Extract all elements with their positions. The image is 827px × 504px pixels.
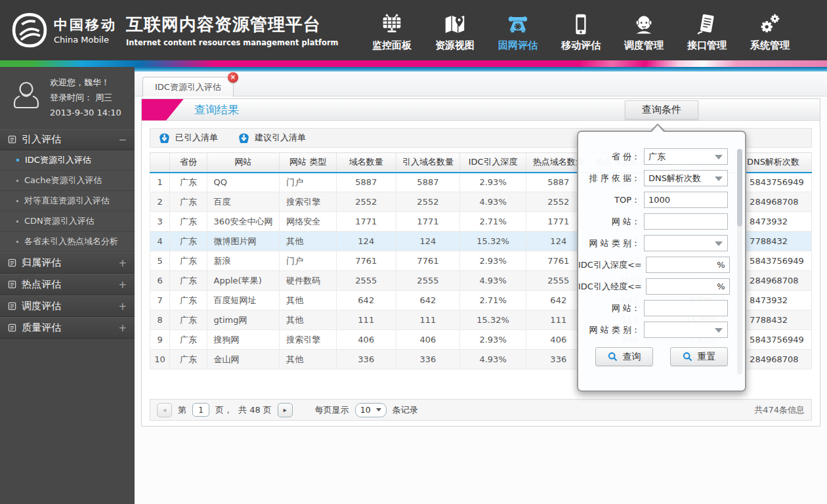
telephone-icon — [495, 9, 541, 39]
column-header: 网站 — [207, 153, 280, 173]
expand-icon[interactable]: + — [118, 322, 127, 334]
table-cell: 7788432 — [735, 310, 812, 330]
nav-item-resource-view[interactable]: 资源视图 — [432, 9, 478, 52]
sidebar: 欢迎您，魏华！ 登录时间： 周三 2013-9-30 14:10 引入评估−ID… — [0, 67, 135, 504]
nav-item-system-mgmt[interactable]: 系统管理 — [747, 9, 793, 52]
mobile-icon — [558, 9, 604, 39]
table-cell: 新浪 — [207, 251, 280, 271]
table-cell: 其他 — [280, 291, 337, 310]
table-cell: 284968708 — [735, 271, 812, 291]
tab-idc-eval[interactable]: IDC资源引入评估 × — [142, 77, 234, 97]
table-cell: 广东 — [170, 212, 207, 232]
query-conditions-button[interactable]: 查询条件 — [625, 100, 698, 119]
chevron-down-icon — [715, 328, 723, 333]
page-number-input[interactable] — [192, 403, 209, 417]
dashboard-icon — [369, 9, 415, 39]
panel-title: 查询结果 — [194, 102, 239, 117]
expand-icon[interactable]: + — [118, 257, 127, 269]
sidebar-group-quality-eval[interactable]: 质量评估+ — [0, 317, 135, 339]
download-icon — [158, 133, 171, 144]
exported-list-button[interactable]: 已引入清单 — [158, 132, 218, 144]
table-cell: 搜索引擎 — [280, 330, 337, 350]
result-panel: 查询结果 查询条件 已引入清单 — [141, 98, 820, 427]
expand-icon[interactable]: + — [118, 301, 127, 312]
bullet-icon — [16, 180, 18, 182]
form-row: 网 站 类 别： — [578, 235, 745, 251]
suggested-list-button[interactable]: 建议引入清单 — [238, 132, 306, 144]
nav-label: 接口管理 — [684, 39, 730, 52]
app-header: 中国移动 China Mobile 互联网内容资源管理平台 Internet c… — [0, 0, 827, 60]
sidebar-group-hotspot-eval[interactable]: 热点评估+ — [0, 274, 135, 295]
content-area: IDC资源引入评估 × 查询结果 查询条件 — [135, 67, 827, 504]
column-header — [150, 153, 170, 173]
sort-by-select[interactable]: DNS解析次数 — [644, 170, 728, 186]
top-input[interactable] — [645, 192, 727, 207]
table-cell: 2.71% — [460, 291, 526, 310]
per-page-select[interactable]: 10 — [355, 403, 387, 417]
search-button[interactable]: 查询 — [595, 347, 653, 366]
next-page-button[interactable]: ▸ — [278, 403, 293, 417]
nav-item-interface-mgmt[interactable]: 接口管理 — [684, 9, 730, 52]
nav-label: 固网评估 — [495, 39, 541, 52]
brand-name-cn: 中国移动 — [54, 16, 117, 34]
table-cell: 2.71% — [460, 212, 526, 232]
panel-header: 查询结果 查询条件 — [142, 99, 820, 121]
table-cell: 广东 — [170, 271, 207, 291]
table-cell: QQ — [207, 173, 280, 192]
table-cell: 7761 — [336, 251, 396, 271]
query-conditions-popup: 省 份：广东排 序 依 据：DNS解析次数TOP：网 站：网 站 类 别：IDC… — [577, 131, 746, 392]
chevron-down-icon — [715, 155, 723, 159]
page-suffix-label: 页， — [215, 404, 232, 416]
table-cell: 642 — [336, 291, 396, 310]
website-category-select-2[interactable] — [644, 322, 728, 338]
select-value: 广东 — [645, 151, 666, 163]
prev-page-button[interactable]: ◂ — [157, 403, 172, 417]
nav-item-monitor-panel[interactable]: 监控面板 — [369, 9, 415, 52]
nav-item-dispatch-mgmt[interactable]: 调度管理 — [621, 9, 667, 52]
table-cell: 2 — [150, 192, 170, 212]
table-cell: Apple(苹果) — [207, 271, 280, 291]
section-flag — [142, 99, 184, 121]
popup-scrollbar-thumb[interactable] — [737, 149, 742, 226]
form-row: 网 站： — [578, 213, 745, 230]
sidebar-item-idc-eval[interactable]: IDC资源引入评估 — [0, 150, 135, 171]
expand-icon[interactable]: + — [118, 279, 127, 291]
website-input[interactable] — [645, 214, 727, 229]
sidebar-item-peer-link-eval[interactable]: 对等直连资源引入评估 — [0, 191, 135, 211]
rainbow-stripe — [0, 60, 827, 67]
sidebar-item-cdn-eval[interactable]: CDN资源引入评估 — [0, 211, 135, 232]
sidebar-item-unintroduced-hot-domains[interactable]: 各省未引入热点域名分析 — [0, 232, 135, 252]
province-select[interactable]: 广东 — [644, 148, 728, 165]
form-label: 网 站 类 别： — [578, 324, 644, 336]
close-icon[interactable]: × — [228, 72, 238, 83]
idc-depth-input-box: % — [646, 257, 730, 273]
reset-button[interactable]: 重置 — [670, 347, 728, 366]
app-window: 中国移动 China Mobile 互联网内容资源管理平台 Internet c… — [0, 0, 827, 504]
form-row: 网 站 类 别： — [578, 322, 745, 338]
sidebar-group-dispatch-eval[interactable]: 调度评估+ — [0, 295, 135, 317]
sidebar-item-cache-eval[interactable]: Cache资源引入评估 — [0, 171, 135, 191]
table-cell: 1771 — [396, 212, 460, 232]
table-cell: 406 — [396, 330, 460, 350]
form-label: 网 站： — [578, 216, 644, 228]
percent-suffix: % — [717, 260, 725, 270]
app-title: 互联网内容资源管理平台 — [126, 13, 339, 36]
table-cell: 5843756949 — [735, 173, 812, 192]
form-label: 排 序 依 据： — [578, 173, 644, 184]
form-row: IDC引入经度<=% — [578, 278, 745, 295]
table-cell: 7788432 — [735, 232, 812, 251]
welcome-text: 欢迎您，魏华！ — [50, 75, 121, 91]
table-cell: 5843756949 — [735, 330, 812, 350]
website-input-2[interactable] — [645, 301, 727, 316]
website-category-select[interactable] — [644, 235, 728, 251]
table-cell: 5 — [150, 251, 170, 271]
collapse-icon[interactable]: − — [118, 134, 127, 146]
nav-item-mobile-eval[interactable]: 移动评估 — [558, 9, 604, 52]
table-cell: 7761 — [396, 251, 460, 271]
group-label: 热点评估 — [22, 278, 61, 291]
table-cell: 金山网 — [207, 350, 280, 369]
nav-item-fixed-network-eval[interactable]: 固网评估 — [495, 9, 541, 52]
table-cell: 10 — [150, 350, 170, 369]
sidebar-group-introduction-eval[interactable]: 引入评估− — [0, 129, 135, 150]
sidebar-group-attribution-eval[interactable]: 归属评估+ — [0, 252, 135, 274]
